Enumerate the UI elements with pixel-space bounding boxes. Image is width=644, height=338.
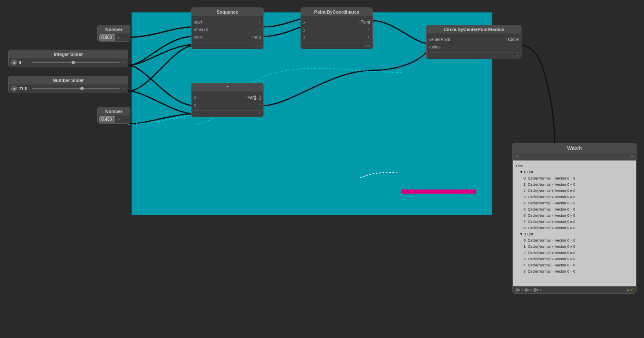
node-number1: Number 0.000 >	[97, 25, 130, 42]
point-port-z: z ›	[303, 34, 370, 40]
number1-value[interactable]: 0.000	[99, 34, 115, 41]
int-slider-track[interactable]	[32, 62, 120, 63]
seq-out-label: seq	[254, 35, 261, 39]
circle-port-radius: radius ›	[429, 43, 519, 50]
code-out-label: var[]..[]	[248, 95, 261, 100]
watch-list-item-0-8: 8 Circle(Normal = Vector(X = 0	[514, 225, 634, 231]
circle-out-label: Circle	[508, 37, 519, 42]
point-port-x: x › Point	[303, 19, 370, 25]
circle-footer: 1	[427, 53, 521, 59]
code-body: x › var[]..[] y ›	[192, 91, 263, 110]
watch-footer-left: @L3 @L2 @L1	[515, 288, 541, 292]
watch-list-item-1-3: 3 Circle(Normal = Vector(X = 0	[514, 256, 634, 262]
sequence-footer: 11V	[192, 43, 263, 49]
point-port-x-label: x	[303, 20, 358, 24]
watch-list-item-0-6: 6 Circle(Normal = Vector(X = 0	[514, 213, 634, 219]
int-slider-port-out: >	[123, 60, 125, 65]
circle-body: centerPoint › Circle radius ›	[427, 34, 521, 53]
num-slider-row: ◉ 21.9 >	[9, 84, 128, 93]
sequence-header: Sequence	[192, 8, 263, 16]
point-body: x › Point y › z ›	[301, 16, 372, 43]
point-port-y-label: y	[303, 27, 367, 32]
code-port-x-label: x	[194, 95, 245, 100]
number2-port-out: >	[118, 117, 120, 122]
seq-port-step-label: step	[194, 35, 251, 39]
watch-list-item-0-3: 3 Circle(Normal = Vector(X = 0	[514, 194, 634, 200]
point-port-y: y ›	[303, 26, 370, 33]
watch-list-item-1-2: 2 Circle(Normal = Vector(X = 0	[514, 250, 634, 256]
watch-list-item-1-0: 0 Circle(Normal = Vector(X = 0	[514, 237, 634, 244]
num-slider-track[interactable]	[32, 88, 120, 89]
circle-port-center: centerPoint › Circle	[429, 36, 519, 43]
watch-list-group1: ▼ 1 List	[514, 231, 634, 237]
pink-bar	[401, 189, 476, 194]
node-number2-header: Number	[98, 107, 130, 115]
watch-toolbar-left[interactable]: >	[516, 154, 519, 159]
watch-list-item-1-1: 1 Circle(Normal = Vector(X = 0	[514, 244, 634, 250]
node-int-slider: Integer Slider ◉ 9 >	[8, 50, 128, 67]
seq-port-amount-label: amount	[194, 27, 258, 32]
seq-port-start-label: start	[194, 20, 258, 24]
code-port-y-label: y	[194, 103, 258, 107]
watch-title: Watch	[513, 143, 636, 153]
point-port-z-label: z	[303, 35, 367, 39]
seq-port-start: start ›	[194, 19, 261, 25]
code-port-x: x › var[]..[]	[194, 94, 261, 101]
code-footer: 1	[192, 110, 263, 117]
node-number2: Number 0.450 >	[97, 107, 130, 124]
circle-header: Circle.ByCenterPointRadius	[427, 25, 521, 34]
code-port-y: y ›	[194, 101, 261, 108]
number1-port-out: >	[118, 36, 120, 40]
seq-port-step: step › seq	[194, 34, 261, 40]
circle-port-radius-label: radius	[429, 45, 516, 49]
watch-footer: @L3 @L2 @L1 (81)	[513, 286, 636, 293]
node-number1-value-row: 0.000 >	[98, 34, 130, 41]
circle-port-center-label: centerPoint	[429, 37, 505, 42]
watch-toolbar: > >	[513, 153, 636, 161]
number2-value[interactable]: 0.450	[99, 116, 115, 122]
point-footer: xxx	[301, 43, 372, 49]
int-slider-value: 9	[19, 60, 30, 65]
seq-port-amount: amount ›	[194, 26, 261, 33]
watch-list-item-0-7: 7 Circle(Normal = Vector(X = 0	[514, 219, 634, 225]
watch-list-item-0-2: 2 Circle(Normal = Vector(X = 0	[514, 188, 634, 194]
watch-list-item-0-4: 4 Circle(Normal = Vector(X = 0	[514, 200, 634, 206]
num-slider-toggle[interactable]: ◉	[11, 86, 17, 91]
node-circle: Circle.ByCenterPointRadius centerPoint ›…	[426, 25, 521, 59]
watch-list-item-1-4: 4 Circle(Normal = Vector(X = 0	[514, 262, 634, 268]
int-slider-header: Integer Slider	[9, 50, 128, 58]
watch-toolbar-right[interactable]: >	[630, 154, 633, 159]
watch-list-group0: ▼ 0 List	[514, 169, 634, 175]
node-point: Point.ByCoordinates x › Point y › z › xx…	[300, 7, 373, 49]
watch-content[interactable]: List ▼ 0 List 0 Circle(Normal = Vector(X…	[513, 161, 636, 286]
watch-list-item-0-1: 1 Circle(Normal = Vector(X = 0	[514, 182, 634, 188]
int-slider-toggle[interactable]: ◉	[11, 60, 17, 65]
num-slider-port-out: >	[123, 86, 125, 91]
watch-list-item-0-0: 0 Circle(Normal = Vector(X = 0	[514, 175, 634, 182]
node-sequence: Sequence start › amount › step › seq 11V	[191, 7, 264, 49]
watch-footer-count: (81)	[627, 288, 634, 292]
canvas: Number 0.000 > Integer Slider ◉ 9 > Numb…	[0, 0, 644, 338]
point-out-label: Point	[360, 20, 370, 24]
int-slider-row: ◉ 9 >	[9, 58, 128, 67]
node-number2-value-row: 0.450 >	[98, 115, 130, 123]
node-code: * x › var[]..[] y › 1	[191, 83, 264, 117]
num-slider-value: 21.9	[19, 86, 30, 91]
num-slider-header: Number Slider	[9, 76, 128, 84]
watch-list-item-0-5: 5 Circle(Normal = Vector(X = 0	[514, 206, 634, 213]
code-header: *	[192, 83, 263, 91]
watch-list-header: List	[514, 163, 634, 169]
watch-panel: Watch > > List ▼ 0 List 0 Circle(Normal …	[512, 143, 637, 294]
watch-list-item-1-5: 5 Circle(Normal = Vector(X = 0	[514, 268, 634, 275]
point-header: Point.ByCoordinates	[301, 8, 372, 16]
node-num-slider: Number Slider ◉ 21.9 >	[8, 76, 128, 93]
sequence-body: start › amount › step › seq	[192, 16, 263, 43]
node-number1-header: Number	[98, 25, 130, 34]
